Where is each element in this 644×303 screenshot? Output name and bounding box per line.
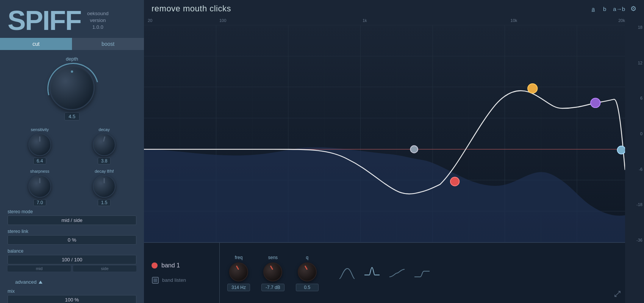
cut-tab[interactable]: cut — [0, 38, 72, 50]
cut-boost-tabs: cut boost — [0, 38, 144, 50]
expand-icon[interactable] — [614, 290, 621, 299]
stereo-link-label: stereo link — [8, 229, 136, 234]
band-controls: freq 314 Hz sens -7.7 dB q 0.5 — [220, 243, 625, 303]
freq-label-20: 20 — [148, 18, 163, 23]
sensitivity-knob[interactable] — [28, 133, 51, 156]
freq-param-label: freq — [235, 255, 243, 260]
q-param-label: q — [306, 255, 308, 260]
q-knob[interactable] — [298, 262, 317, 281]
db-label-neg6: -6 — [625, 167, 642, 172]
band-listen-icon[interactable] — [152, 276, 159, 284]
db-label-neg36: -36 — [625, 238, 642, 242]
shape-selector — [338, 266, 431, 281]
db-label-6: 6 — [625, 96, 642, 100]
sens-param-label: sens — [268, 255, 278, 260]
a-button[interactable]: a — [590, 5, 596, 13]
advanced-toggle-icon — [39, 281, 42, 284]
sharpness-decaylfhf-row: sharpness 7.0 decay lf/hf 1.5 — [0, 166, 144, 206]
knob-indicator — [71, 70, 73, 73]
ab-arrow-button[interactable]: a→b — [613, 6, 625, 12]
sharpness-value[interactable]: 7.0 — [33, 199, 47, 206]
stereo-mode-value[interactable]: mid / side — [8, 216, 136, 225]
depth-label: depth — [66, 56, 78, 62]
app-logo: SPIFF — [8, 7, 81, 34]
decay-knob[interactable] — [93, 133, 116, 156]
db-label-0: 0 — [625, 131, 642, 136]
balance-value[interactable]: 100 / 100 — [8, 255, 136, 264]
balance-label: balance — [8, 248, 136, 254]
expand-svg — [614, 290, 621, 298]
sens-knob[interactable] — [263, 262, 282, 281]
freq-knob[interactable] — [229, 262, 248, 281]
band-listen-row: band listen — [152, 276, 212, 284]
sens-value[interactable]: -7.7 dB — [261, 284, 284, 291]
sharpness-knob[interactable] — [28, 175, 51, 198]
eq-chart — [144, 25, 625, 242]
logo-area: SPIFF oeksound version 1.0.0 — [0, 0, 144, 38]
mix-label: mix — [8, 289, 136, 294]
decay-label: decay — [98, 127, 109, 132]
depth-knob[interactable] — [49, 65, 95, 110]
band-color-dot — [152, 262, 158, 269]
sensitivity-value[interactable]: 6.4 — [33, 158, 47, 164]
db-label-18: 18 — [625, 25, 642, 30]
mid-side-row: mid side — [8, 266, 136, 272]
freq-axis: 20 100 1k 10k 20k — [148, 18, 625, 23]
stereo-link-value[interactable]: 0 % — [8, 235, 136, 245]
gear-icon[interactable]: ⚙ — [630, 5, 636, 13]
band-orange-point — [528, 84, 537, 93]
balance-row: balance 100 / 100 mid side — [8, 248, 136, 272]
band-name: band 1 — [161, 262, 180, 269]
freq-label-10k: 10k — [511, 18, 517, 23]
band-red-point — [450, 177, 459, 186]
decaylfhf-knob[interactable] — [93, 175, 116, 198]
shelf-shape-icon[interactable] — [413, 266, 431, 281]
mix-value[interactable]: 100 % — [8, 295, 136, 303]
sharpness-container: sharpness 7.0 — [28, 169, 51, 206]
mix-row: mix 100 % — [8, 289, 136, 303]
depth-section: depth 4.5 — [0, 50, 144, 124]
bell-shape-icon[interactable] — [338, 266, 356, 281]
freq-label-100: 100 — [219, 18, 226, 23]
band-info-left: band 1 band listen — [144, 243, 220, 303]
svg-rect-23 — [153, 278, 157, 282]
stereo-link-row: stereo link 0 % — [8, 229, 136, 245]
b-button[interactable]: b — [602, 5, 608, 13]
stereo-mode-row: stereo mode mid / side — [8, 209, 136, 225]
version-info: oeksound version 1.0.0 — [87, 10, 108, 31]
stereo-mode-label: stereo mode — [8, 209, 136, 214]
decaylfhf-label: decay lf/hf — [95, 169, 114, 173]
right-panel: remove mouth clicks a b a→b ⚙ 20 100 1k … — [144, 0, 644, 303]
db-label-12: 12 — [625, 61, 642, 65]
preset-name: remove mouth clicks — [152, 4, 231, 14]
decay-value[interactable]: 3.8 — [98, 158, 111, 164]
mid-label: mid — [8, 266, 71, 272]
boost-tab[interactable]: boost — [72, 38, 144, 50]
band-panel: band 1 band listen — [144, 242, 625, 303]
band-purple-point — [591, 98, 600, 108]
sensitivity-label: sensitivity — [31, 127, 49, 132]
band-name-row: band 1 — [152, 262, 212, 269]
decaylfhf-value[interactable]: 1.5 — [98, 199, 111, 206]
q-value[interactable]: 0.5 — [296, 284, 319, 291]
sharpness-label: sharpness — [30, 169, 50, 173]
q-param: q 0.5 — [296, 255, 319, 291]
notch-shape-icon[interactable] — [363, 266, 381, 281]
chart-container: 20 100 1k 10k 20k 18 12 6 0 -6 -18 -36 — [144, 17, 644, 303]
scurve-shape-icon[interactable] — [388, 266, 406, 281]
side-label: side — [73, 266, 136, 272]
db-axis: 18 12 6 0 -6 -18 -36 — [625, 25, 642, 242]
db-label-neg18: -18 — [625, 202, 642, 207]
sensitivity-decay-row: sensitivity 6.4 decay 3.8 — [0, 124, 144, 164]
stereo-controls: stereo mode mid / side stereo link 0 % b… — [0, 209, 144, 303]
decay-container: decay 3.8 — [93, 127, 116, 164]
decaylfhf-container: decay lf/hf 1.5 — [93, 169, 116, 206]
freq-value[interactable]: 314 Hz — [227, 284, 250, 291]
freq-label-1k: 1k — [363, 18, 367, 23]
top-bar: remove mouth clicks a b a→b ⚙ — [144, 0, 644, 17]
left-panel: SPIFF oeksound version 1.0.0 cut boost d… — [0, 0, 144, 303]
freq-param: freq 314 Hz — [227, 255, 250, 291]
advanced-header[interactable]: advanced — [8, 275, 136, 289]
band-listen-label: band listen — [162, 277, 186, 283]
advanced-label: advanced — [15, 279, 36, 285]
